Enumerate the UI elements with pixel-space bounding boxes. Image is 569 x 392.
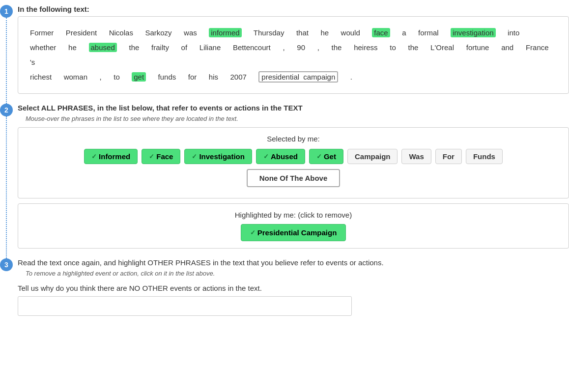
chip-abused[interactable]: ✓ Abused (256, 149, 305, 164)
step2-label: Select ALL PHRASES, in the list below, t… (18, 104, 569, 112)
word-get[interactable]: get (132, 72, 146, 82)
tell-us-label: Tell us why do you think there are NO OT… (18, 284, 569, 292)
step3-sublabel: To remove a highlighted event or action,… (18, 270, 569, 277)
chip-face-label: Face (156, 152, 173, 161)
step2-content: Select ALL PHRASES, in the list below, t… (18, 104, 569, 249)
chip-presidential-campaign-label: Presidential Campaign (257, 228, 337, 237)
chip-abused-label: Abused (271, 152, 298, 161)
step3-circle: 3 (0, 258, 13, 271)
chip-informed[interactable]: ✓ Informed (84, 149, 138, 164)
checkmark-informed: ✓ (91, 153, 97, 160)
selected-title: Selected by me: (26, 135, 561, 143)
chip-for-label: For (443, 152, 455, 161)
step1-label: In the following text: (18, 5, 569, 13)
step1-vline (6, 18, 7, 104)
checkmark-abused: ✓ (263, 153, 269, 160)
selected-phrases-box: Selected by me: ✓ Informed ✓ Face ✓ Inve… (18, 127, 569, 198)
chip-investigation[interactable]: ✓ Investigation (184, 149, 252, 164)
chip-was-label: Was (409, 152, 424, 161)
step3-content: Read the text once again, and highlight … (18, 258, 569, 316)
chip-campaign-label: Campaign (355, 152, 391, 161)
checkmark-face: ✓ (149, 153, 154, 160)
step1-content: In the following text: Former President … (18, 5, 569, 94)
step1-circle: 1 (0, 5, 13, 18)
checkmark-get: ✓ (316, 153, 322, 160)
chip-campaign[interactable]: Campaign (347, 149, 398, 164)
highlighted-title: Highlighted by me: (click to remove) (26, 211, 561, 219)
chip-was[interactable]: Was (401, 149, 431, 164)
word-face[interactable]: face (372, 28, 390, 37)
phrase-chips-row: ✓ Informed ✓ Face ✓ Investigation ✓ Abus… (26, 149, 561, 164)
word-informed[interactable]: informed (209, 28, 241, 37)
chip-get-label: Get (324, 152, 336, 161)
step2-vline (6, 116, 7, 258)
highlighted-phrases-box: Highlighted by me: (click to remove) ✓ P… (18, 203, 569, 249)
chip-presidential-campaign[interactable]: ✓ Presidential Campaign (241, 224, 346, 241)
checkmark-investigation: ✓ (192, 153, 197, 160)
text-passage-box: Former President Nicolas Sarkozy was inf… (18, 16, 569, 94)
chip-funds-label: Funds (473, 152, 495, 161)
checkmark-presidential-campaign: ✓ (250, 229, 256, 236)
none-above-button[interactable]: None Of The Above (247, 169, 341, 187)
step2-sublabel: Mouse-over the phrases in the list to se… (18, 115, 569, 122)
word-presidential-campaign[interactable]: presidential campaign (258, 71, 338, 83)
step2-circle: 2 (0, 104, 13, 116)
chip-informed-label: Informed (99, 152, 130, 161)
chip-face[interactable]: ✓ Face (142, 149, 180, 164)
step3-label: Read the text once again, and highlight … (18, 258, 569, 267)
word-investigation[interactable]: investigation (451, 28, 495, 37)
word-abused[interactable]: abused (89, 43, 117, 52)
chip-funds[interactable]: Funds (466, 149, 503, 164)
highlighted-chips-row: ✓ Presidential Campaign (26, 224, 561, 241)
chip-get[interactable]: ✓ Get (309, 149, 343, 164)
tell-us-input[interactable] (18, 296, 352, 316)
chip-for[interactable]: For (435, 149, 462, 164)
chip-investigation-label: Investigation (199, 152, 245, 161)
